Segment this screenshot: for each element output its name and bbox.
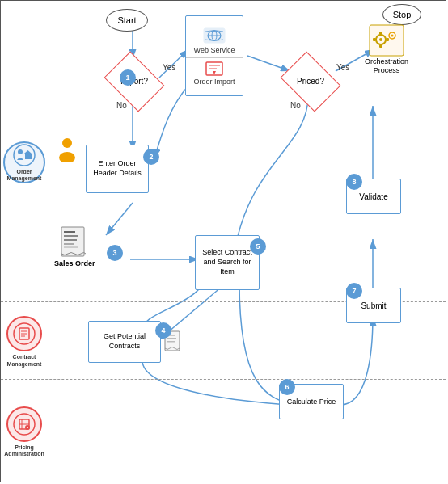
svg-point-45 <box>391 35 394 37</box>
priced-diamond: Priced? <box>282 59 339 103</box>
svg-rect-52 <box>64 243 74 245</box>
enter-order-box: Enter Order Header Details <box>86 145 149 193</box>
priced-yes-label: Yes <box>336 63 349 72</box>
badge-6: 6 <box>279 379 295 395</box>
svg-line-7 <box>106 203 133 235</box>
svg-rect-43 <box>386 38 389 41</box>
svg-rect-41 <box>379 44 382 48</box>
svg-rect-51 <box>64 239 77 241</box>
svg-point-39 <box>379 38 382 41</box>
svg-rect-34 <box>209 65 220 66</box>
badge-5: 5 <box>250 238 266 255</box>
badge-2: 2 <box>143 149 159 165</box>
enter-order-node <box>56 137 78 164</box>
svg-rect-57 <box>167 341 175 343</box>
svg-rect-42 <box>373 38 376 41</box>
lane-divider-2 <box>1 379 446 380</box>
svg-point-14 <box>18 149 23 154</box>
pricing-administration-circle <box>6 406 42 442</box>
import-no-label: No <box>116 101 127 110</box>
svg-rect-49 <box>64 231 75 233</box>
sales-order-node: Sales Order <box>54 225 95 267</box>
contract-management-circle <box>6 316 42 351</box>
om-icon <box>13 144 36 169</box>
web-service-box: Web Service Order Import <box>185 15 243 96</box>
svg-rect-56 <box>167 338 176 339</box>
orchestration-node: Orchestration Process <box>365 23 408 75</box>
svg-rect-50 <box>64 235 78 237</box>
svg-point-13 <box>14 145 35 166</box>
svg-rect-35 <box>209 68 217 69</box>
order-management-circle: OrderManagement <box>3 141 45 183</box>
svg-point-46 <box>62 138 72 148</box>
get-contracts-box: Get Potential Contracts <box>88 321 161 363</box>
priced-no-label: No <box>290 101 301 110</box>
lane-pricing-administration: Pricing Administration <box>1 385 48 478</box>
badge-1: 1 <box>120 69 136 86</box>
badge-4: 4 <box>155 322 171 339</box>
svg-rect-15 <box>25 154 32 159</box>
start-node: Start <box>106 9 148 32</box>
svg-rect-40 <box>379 32 382 35</box>
badge-7: 7 <box>346 283 362 299</box>
lane-contract-management: Contract Management <box>1 308 48 376</box>
lane-order-management: OrderManagement <box>1 25 48 300</box>
diagram-container: OrderManagement Contract Management <box>0 0 446 482</box>
badge-8: 8 <box>346 174 362 190</box>
stop-node: Stop <box>382 4 421 25</box>
badge-3: 3 <box>107 245 123 261</box>
import-yes-label: Yes <box>163 63 175 72</box>
svg-point-47 <box>59 152 75 162</box>
